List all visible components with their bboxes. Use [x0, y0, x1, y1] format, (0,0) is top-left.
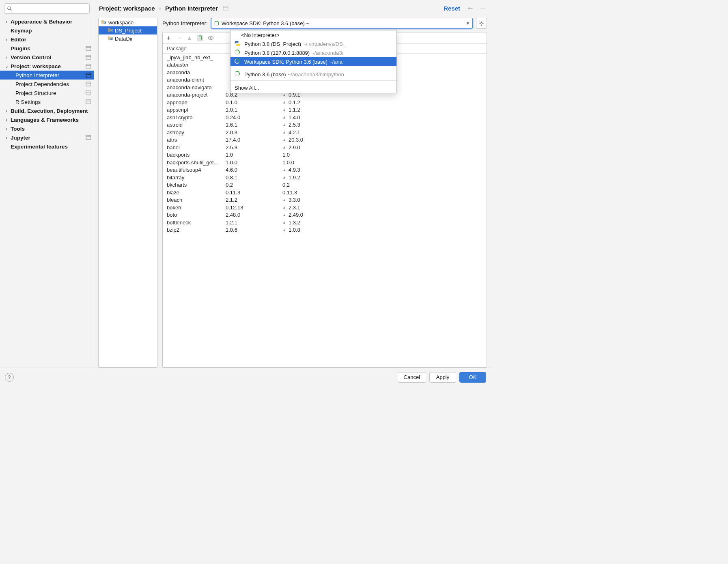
forward-arrow-icon[interactable]: →	[479, 4, 486, 13]
package-row[interactable]: attrs17.4.0▲20.3.0	[163, 136, 487, 144]
sidebar-item-experimental-features[interactable]: Experimental features	[0, 142, 94, 151]
svg-rect-6	[86, 64, 91, 68]
package-row[interactable]: appscript1.0.1▲1.1.2	[163, 106, 487, 114]
ok-button[interactable]: OK	[459, 372, 486, 383]
package-row[interactable]: beautifulsoup44.6.0▲4.9.3	[163, 166, 487, 174]
add-package-button[interactable]: ＋	[165, 35, 172, 41]
package-row[interactable]: bottleneck1.2.1▲1.3.2	[163, 219, 487, 226]
chevron-right-icon: ›	[4, 37, 9, 42]
sidebar-item-label: Build, Execution, Deployment	[11, 108, 88, 114]
project-tree-panel: workspaceDS_ProjectDataDir	[98, 18, 157, 368]
scope-icon	[86, 73, 91, 77]
back-arrow-icon[interactable]: ←	[467, 4, 474, 13]
interpreter-option[interactable]: Workspace SDK: Python 3.6 (base)~/ana	[230, 57, 396, 66]
upgrade-icon: ▲	[282, 220, 286, 224]
package-name: bokeh	[167, 205, 226, 211]
reset-link[interactable]: Reset	[444, 5, 460, 12]
package-row[interactable]: blaze0.11.30.11.3	[163, 189, 487, 196]
sidebar-item-editor[interactable]: ›Editor	[0, 35, 94, 44]
sidebar-item-r-settings[interactable]: R Settings	[0, 97, 94, 106]
scope-icon	[86, 46, 91, 51]
package-name: bitarray	[167, 174, 226, 181]
package-row[interactable]: bokeh0.12.13▲2.3.1	[163, 204, 487, 211]
sidebar-item-plugins[interactable]: Plugins	[0, 44, 94, 53]
sidebar-item-label: Plugins	[11, 45, 30, 52]
project-tree-item[interactable]: DS_Project	[99, 26, 157, 34]
package-name: bkcharts	[167, 182, 226, 188]
sidebar-item-project-structure[interactable]: Project Structure	[0, 88, 94, 97]
sidebar-item-project-workspace[interactable]: ⌄Project: workspace	[0, 62, 94, 71]
sidebar-item-python-interpreter[interactable]: Python Interpreter	[0, 71, 94, 80]
show-early-button[interactable]	[207, 35, 214, 41]
package-name: boto	[167, 212, 226, 218]
package-row[interactable]: asn1crypto0.24.0▲1.4.0	[163, 114, 487, 121]
help-button[interactable]: ?	[5, 373, 14, 382]
upgrade-icon: ▲	[282, 175, 286, 179]
package-latest: ▲2.3.1	[282, 205, 487, 211]
chevron-right-icon: ›	[4, 55, 9, 60]
interpreter-option-none[interactable]: <No interpreter>	[230, 30, 396, 39]
breadcrumb-row: Project: workspace › Python Interpreter …	[98, 0, 487, 14]
show-all-interpreters[interactable]: Show All...	[230, 82, 396, 93]
package-version: 0.8.1	[226, 174, 282, 181]
package-row[interactable]: astroid1.6.1▲2.5.3	[163, 121, 487, 129]
package-row[interactable]: backports1.01.0	[163, 151, 487, 159]
package-version: 4.6.0	[226, 167, 282, 173]
breadcrumb-sep: ›	[159, 5, 161, 12]
scope-icon	[86, 99, 91, 104]
dropdown-separator	[230, 68, 396, 68]
package-latest: ▲1.1.2	[282, 107, 487, 113]
preferences-window: ›Appearance & BehaviorKeymap›EditorPlugi…	[0, 0, 491, 386]
sidebar-item-label: Project Dependencies	[15, 81, 69, 87]
sidebar-item-tools[interactable]: ›Tools	[0, 124, 94, 133]
cancel-button[interactable]: Cancel	[398, 372, 426, 383]
interpreter-option-secondary[interactable]: Python 3.6 (base) ~/anaconda3/bin/python	[230, 70, 396, 79]
search-input[interactable]	[4, 3, 90, 14]
package-version: 2.1.2	[226, 197, 282, 203]
package-row[interactable]: astropy2.0.3▲4.2.1	[163, 129, 487, 136]
interpreter-select[interactable]: Workspace SDK: Python 3.6 (base) ~ ▼	[211, 18, 473, 29]
package-name: _ipyw_jlab_nb_ext_	[167, 54, 226, 60]
project-tree-item[interactable]: workspace	[99, 18, 157, 26]
package-version: 2.48.0	[226, 212, 282, 218]
spinner-icon	[214, 21, 219, 26]
upgrade-package-button[interactable]: ▲	[186, 35, 193, 41]
sidebar-item-keymap[interactable]: Keymap	[0, 26, 94, 35]
package-row[interactable]: bleach2.1.2▲3.3.0	[163, 196, 487, 204]
package-row[interactable]: bkcharts0.20.2	[163, 181, 487, 189]
package-row[interactable]: bitarray0.8.1▲1.9.2	[163, 174, 487, 181]
package-latest: ▲1.3.2	[282, 220, 487, 226]
package-row[interactable]: backports.shutil_get...1.0.01.0.0	[163, 159, 487, 166]
package-name: anaconda-client	[167, 77, 226, 83]
interpreter-option-label: Workspace SDK: Python 3.6 (base)	[244, 59, 327, 65]
gear-button[interactable]	[476, 18, 487, 29]
package-latest: 1.0	[282, 152, 487, 158]
sidebar-item-project-dependencies[interactable]: Project Dependencies	[0, 80, 94, 88]
sidebar-item-label: Tools	[11, 126, 25, 132]
remove-package-button[interactable]: －	[176, 35, 182, 41]
refresh-button[interactable]	[197, 35, 203, 41]
interpreter-dropdown: <No interpreter> Python 3.8 (DS_Project)…	[230, 30, 397, 93]
package-name: appnope	[167, 99, 226, 105]
package-row[interactable]: bzip21.0.6▲1.0.8	[163, 226, 487, 234]
project-tree-item[interactable]: DataDir	[99, 34, 157, 43]
package-name: astropy	[167, 129, 226, 136]
package-row[interactable]: appnope0.1.0▲0.1.2	[163, 99, 487, 106]
interpreter-option[interactable]: Python 3.8 (127.0.0.1:8889)~/anaconda3/	[230, 48, 396, 57]
sidebar-item-build-execution-deployment[interactable]: ›Build, Execution, Deployment	[0, 106, 94, 115]
sidebar-item-label: Keymap	[11, 28, 32, 34]
svg-rect-8	[86, 73, 91, 77]
sidebar-item-label: Languages & Frameworks	[11, 117, 79, 123]
sidebar-item-jupyter[interactable]: ›Jupyter	[0, 133, 94, 142]
package-latest: ▲4.2.1	[282, 129, 487, 136]
apply-button[interactable]: Apply	[429, 372, 456, 383]
sidebar-item-appearance-behavior[interactable]: ›Appearance & Behavior	[0, 17, 94, 26]
package-row[interactable]: boto2.48.0▲2.49.0	[163, 211, 487, 219]
package-name: anaconda	[167, 69, 226, 75]
svg-rect-10	[86, 82, 91, 86]
sidebar-item-version-control[interactable]: ›Version Control	[0, 53, 94, 62]
sidebar-item-languages-frameworks[interactable]: ›Languages & Frameworks	[0, 115, 94, 124]
svg-point-0	[8, 6, 11, 9]
package-row[interactable]: babel2.5.3▲2.9.0	[163, 144, 487, 151]
interpreter-option[interactable]: Python 3.8 (DS_Project)~/.virtualenvs/DS…	[230, 39, 396, 48]
